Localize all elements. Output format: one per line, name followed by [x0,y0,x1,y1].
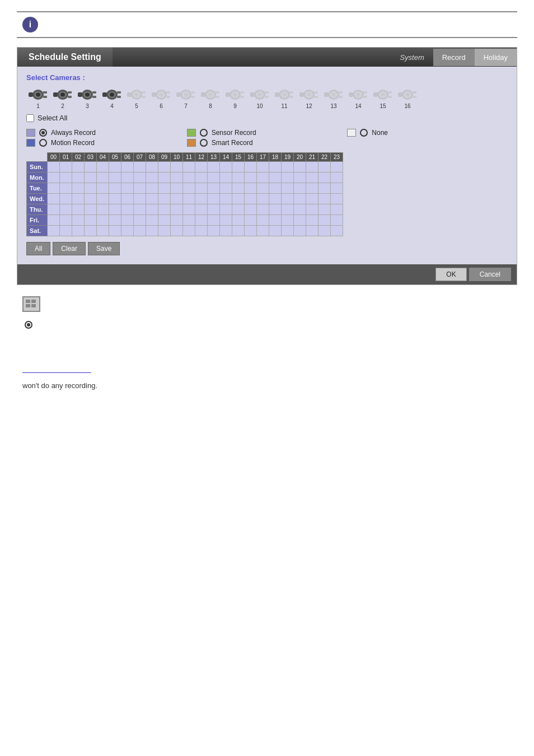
time-cell-sun-14[interactable] [220,162,232,172]
time-cell-sun-01[interactable] [60,162,72,172]
time-cell-sat-19[interactable] [282,226,294,236]
time-cell-sun-03[interactable] [85,162,97,172]
time-cell-fri-04[interactable] [97,215,109,226]
clear-button[interactable]: Clear [53,242,86,255]
time-cell-mon-20[interactable] [294,172,306,183]
time-cell-thu-20[interactable] [294,204,306,215]
time-cell-fri-01[interactable] [60,215,72,226]
time-cell-fri-00[interactable] [48,215,60,226]
time-cell-wed-02[interactable] [72,194,85,204]
time-cell-tue-13[interactable] [208,183,220,194]
time-cell-thu-13[interactable] [208,204,220,215]
time-cell-mon-03[interactable] [85,172,97,183]
time-cell-wed-00[interactable] [48,194,60,204]
time-cell-wed-11[interactable] [183,194,195,204]
time-cell-mon-13[interactable] [208,172,220,183]
time-cell-tue-03[interactable] [85,183,97,194]
camera-item-14[interactable]: 14 [346,86,370,109]
time-cell-sat-17[interactable] [257,226,269,236]
time-cell-tue-08[interactable] [146,183,158,194]
time-cell-fri-16[interactable] [245,215,257,226]
time-cell-fri-23[interactable] [331,215,343,226]
time-cell-wed-09[interactable] [158,194,171,204]
time-cell-wed-06[interactable] [121,194,134,204]
time-cell-sat-02[interactable] [72,226,85,236]
time-cell-mon-06[interactable] [121,172,134,183]
time-cell-tue-23[interactable] [331,183,343,194]
time-cell-fri-14[interactable] [220,215,232,226]
time-cell-thu-05[interactable] [109,204,121,215]
tab-system[interactable]: System [391,49,433,66]
time-cell-tue-14[interactable] [220,183,232,194]
time-cell-fri-09[interactable] [158,215,171,226]
time-cell-tue-11[interactable] [183,183,195,194]
time-cell-wed-07[interactable] [134,194,146,204]
time-cell-sun-12[interactable] [195,162,208,172]
time-cell-wed-23[interactable] [331,194,343,204]
time-cell-mon-23[interactable] [331,172,343,183]
time-cell-wed-17[interactable] [257,194,269,204]
time-cell-tue-10[interactable] [171,183,183,194]
time-cell-thu-22[interactable] [318,204,331,215]
time-cell-sun-20[interactable] [294,162,306,172]
time-cell-wed-12[interactable] [195,194,208,204]
time-cell-sun-13[interactable] [208,162,220,172]
time-cell-mon-15[interactable] [232,172,245,183]
time-cell-sat-11[interactable] [183,226,195,236]
time-cell-wed-21[interactable] [306,194,318,204]
time-cell-sat-04[interactable] [97,226,109,236]
time-cell-tue-09[interactable] [158,183,171,194]
none-record-radio[interactable] [360,129,368,137]
time-cell-fri-11[interactable] [183,215,195,226]
time-cell-fri-06[interactable] [121,215,134,226]
time-cell-tue-21[interactable] [306,183,318,194]
sensor-record-radio[interactable] [200,129,208,137]
time-cell-thu-00[interactable] [48,204,60,215]
time-cell-wed-18[interactable] [269,194,282,204]
time-cell-fri-17[interactable] [257,215,269,226]
time-cell-wed-20[interactable] [294,194,306,204]
all-button[interactable]: All [26,242,50,255]
camera-item-11[interactable]: 11 [273,86,296,109]
time-cell-sat-05[interactable] [109,226,121,236]
select-all-checkbox[interactable] [26,114,34,122]
time-cell-thu-01[interactable] [60,204,72,215]
time-cell-wed-19[interactable] [282,194,294,204]
time-cell-mon-19[interactable] [282,172,294,183]
time-cell-sat-08[interactable] [146,226,158,236]
always-record-radio[interactable] [39,129,47,137]
time-cell-fri-10[interactable] [171,215,183,226]
time-cell-tue-22[interactable] [318,183,331,194]
time-cell-sun-05[interactable] [109,162,121,172]
time-cell-tue-19[interactable] [282,183,294,194]
underline-link[interactable] [22,365,91,374]
time-cell-sun-23[interactable] [331,162,343,172]
time-cell-mon-11[interactable] [183,172,195,183]
camera-item-8[interactable]: 8 [199,86,222,109]
time-cell-tue-07[interactable] [134,183,146,194]
time-cell-sun-00[interactable] [48,162,60,172]
time-cell-mon-02[interactable] [72,172,85,183]
time-cell-tue-12[interactable] [195,183,208,194]
time-cell-thu-02[interactable] [72,204,85,215]
time-cell-sat-00[interactable] [48,226,60,236]
time-cell-mon-16[interactable] [245,172,257,183]
time-cell-sat-07[interactable] [134,226,146,236]
time-cell-mon-12[interactable] [195,172,208,183]
time-cell-fri-18[interactable] [269,215,282,226]
camera-item-1[interactable]: 1 [26,86,50,109]
time-cell-mon-18[interactable] [269,172,282,183]
time-cell-thu-19[interactable] [282,204,294,215]
time-cell-sun-07[interactable] [134,162,146,172]
time-cell-wed-15[interactable] [232,194,245,204]
motion-record-radio[interactable] [39,139,47,147]
time-cell-wed-13[interactable] [208,194,220,204]
camera-item-6[interactable]: 6 [149,86,173,109]
time-cell-thu-09[interactable] [158,204,171,215]
time-cell-tue-20[interactable] [294,183,306,194]
camera-item-16[interactable]: 16 [396,86,419,109]
camera-item-3[interactable]: 3 [76,86,99,109]
time-cell-fri-22[interactable] [318,215,331,226]
time-cell-wed-08[interactable] [146,194,158,204]
time-cell-fri-07[interactable] [134,215,146,226]
